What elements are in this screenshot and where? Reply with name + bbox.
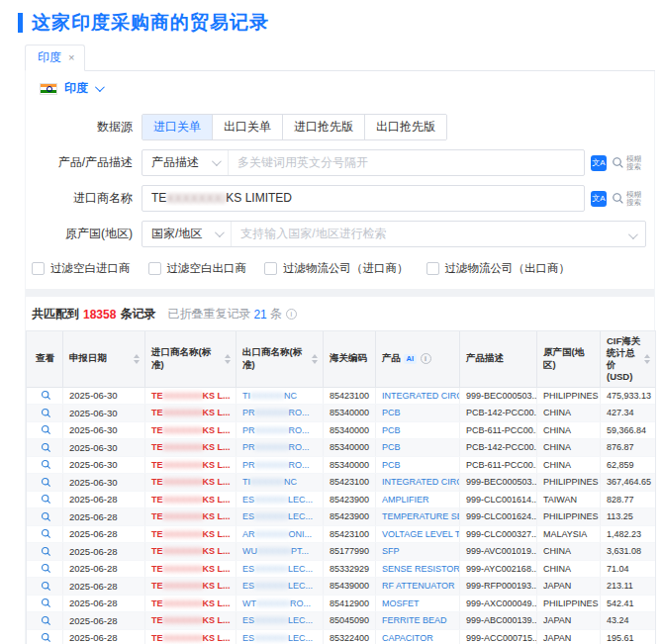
view-record-button[interactable] — [27, 474, 63, 491]
search-icon — [41, 528, 51, 539]
cell-exporter-name[interactable]: ESXXXXXXLEC... — [236, 508, 324, 525]
cell-exporter-name[interactable]: ESXXXXXXLEC... — [236, 612, 324, 629]
cell-product-link[interactable]: PCB — [376, 439, 460, 456]
view-record-button[interactable] — [27, 405, 63, 421]
cell-exporter-name[interactable]: PRXXXXXXRO... — [236, 457, 324, 474]
sort-icon[interactable] — [312, 354, 318, 364]
datasource-option-import-preview[interactable]: 进口抢先版 — [283, 115, 365, 139]
cell-product-description: PCB-611-PCC00... — [460, 422, 537, 439]
datasource-option-export-preview[interactable]: 出口抢先版 — [365, 115, 446, 139]
cell-product-link[interactable]: RF ATTENUATOR — [376, 578, 460, 595]
cell-product-link[interactable]: VOLTAGE LEVEL T... — [376, 526, 460, 543]
redacted-text: XXXXXXX — [163, 460, 203, 470]
checkbox-icon[interactable] — [32, 262, 45, 275]
cell-exporter-name[interactable]: TI XXXXXX NC — [236, 388, 324, 405]
origin-type-select[interactable]: 国家/地区 — [142, 222, 232, 246]
view-record-button[interactable] — [27, 561, 63, 578]
importer-name-input[interactable]: TEXXXXXXXXXKS LIMITED — [142, 191, 584, 206]
origin-search-input[interactable]: 支持输入国家/地区进行检索 — [232, 226, 628, 242]
table-row: 2025-06-28TEXXXXXXXKS L...WUXXXXXXPT...8… — [27, 543, 655, 561]
checkbox-filter-blank-exporter[interactable]: 过滤空白出口商 — [148, 261, 247, 276]
view-record-button[interactable] — [27, 543, 63, 560]
cell-hs-code: 85340000 — [324, 405, 376, 421]
view-record-button[interactable] — [27, 422, 63, 439]
chevron-down-icon[interactable] — [628, 226, 645, 243]
view-record-button[interactable] — [27, 492, 63, 508]
info-icon[interactable]: i — [421, 353, 431, 364]
cell-exporter-name[interactable]: ARXXXXXXONI... — [236, 526, 324, 543]
product-type-select[interactable]: 产品描述 — [142, 150, 229, 175]
info-icon[interactable]: i — [286, 309, 297, 320]
view-record-button[interactable] — [27, 508, 63, 525]
sort-icon[interactable] — [225, 354, 231, 364]
product-row-icons: 文A 模糊 搜索 — [591, 155, 646, 171]
view-record-button[interactable] — [27, 439, 63, 456]
cell-exporter-name[interactable]: PRXXXXXXRO... — [236, 405, 324, 421]
header-date[interactable]: 申报日期 — [63, 331, 145, 387]
cell-product-link[interactable]: TEMPERATURE SE... — [376, 508, 460, 525]
cell-product-link[interactable]: SENSE RESISTOR — [376, 561, 460, 578]
checkbox-filter-logistics-exporter[interactable]: 过滤物流公司（出口商） — [426, 261, 571, 276]
cell-product-description: PCB-611-PCC00... — [460, 457, 537, 474]
checkbox-icon[interactable] — [264, 262, 277, 275]
importer-value-post: KS LIMITED — [226, 191, 292, 205]
cell-product-link[interactable]: PCB — [376, 405, 460, 421]
product-search-input[interactable]: 多关键词用英文分号隔开 — [229, 154, 584, 171]
view-record-button[interactable] — [27, 526, 63, 543]
sort-icon[interactable] — [644, 354, 650, 364]
cell-product-link[interactable]: MOSFET — [376, 596, 460, 612]
cell-origin-country: TAIWAN — [537, 492, 601, 508]
view-record-button[interactable] — [27, 630, 63, 644]
fuzzy-search-button[interactable]: 模糊 搜索 — [612, 191, 641, 207]
tab-india-label: 印度 — [38, 49, 61, 66]
cell-product-link[interactable]: INTEGRATED CIRC... — [376, 474, 460, 491]
cell-exporter-name[interactable]: TI XXXXXX NC — [236, 474, 324, 491]
view-record-button[interactable] — [27, 578, 63, 595]
cell-product-link[interactable]: PCB — [376, 457, 460, 474]
table-row: 2025-06-28TEXXXXXXXKS L...ARXXXXXXONI...… — [27, 526, 655, 544]
cell-hs-code: 85423100 — [324, 388, 376, 405]
datasource-row: 数据源 进口关单 出口关单 进口抢先版 出口抢先版 — [26, 114, 654, 140]
cell-exporter-name[interactable]: ESXXXXXXLEC... — [236, 578, 324, 595]
tab-india[interactable]: 印度 × — [25, 45, 85, 71]
cell-exporter-name[interactable]: PRXXXXXXRO... — [236, 439, 324, 456]
cell-product-link[interactable]: CAPACITOR — [376, 630, 460, 644]
checkbox-icon[interactable] — [426, 262, 439, 275]
cell-product-link[interactable]: AMPLIFIER — [376, 492, 460, 508]
cell-exporter-name[interactable]: WTXXXXXXRO... — [236, 596, 324, 612]
cell-exporter-name[interactable]: PRXXXXXXRO... — [236, 422, 324, 439]
cell-exporter-name[interactable]: ESXXXXXXLEC... — [236, 561, 324, 578]
view-record-button[interactable] — [27, 388, 63, 405]
view-record-button[interactable] — [27, 457, 63, 474]
cell-importer-name: TEXXXXXXXKS L... — [145, 543, 236, 560]
header-importer[interactable]: 进口商名称(标准) — [145, 331, 236, 387]
close-icon[interactable]: × — [68, 52, 74, 63]
view-record-button[interactable] — [27, 596, 63, 612]
cell-importer-name: TEXXXXXXXKS L... — [145, 492, 236, 508]
cell-product-link[interactable]: FERRITE BEAD — [376, 612, 460, 629]
cell-exporter-name[interactable]: ESXXXXXXLEC... — [236, 492, 324, 508]
checkbox-icon[interactable] — [148, 262, 161, 275]
datasource-option-export[interactable]: 出口关单 — [213, 115, 283, 139]
datasource-option-import[interactable]: 进口关单 — [142, 115, 213, 139]
checkbox-filter-logistics-importer[interactable]: 过滤物流公司（进口商） — [264, 261, 409, 276]
sort-icon[interactable] — [134, 354, 140, 364]
translate-icon[interactable]: 文A — [591, 155, 607, 171]
cell-origin-country: JAPAN — [537, 612, 601, 629]
cell-exporter-name[interactable]: ESXXXXXXLEC... — [236, 630, 324, 644]
fuzzy-search-button[interactable]: 模糊 搜索 — [612, 155, 641, 171]
country-selector[interactable]: 印度 — [26, 71, 654, 106]
table-row: 2025-06-28TEXXXXXXXKS L...ESXXXXXXLEC...… — [27, 492, 655, 509]
cell-product-link[interactable]: INTEGRATED CIRC... — [376, 388, 460, 405]
cell-product-link[interactable]: SFP — [376, 543, 460, 560]
cell-cif-value: 113.25 — [601, 508, 655, 525]
cell-exporter-name[interactable]: WUXXXXXXPT... — [236, 543, 324, 560]
cell-product-description: 999-AXC000049... — [460, 596, 537, 612]
cell-product-link[interactable]: PCB — [376, 422, 460, 439]
header-exporter[interactable]: 出口商名称(标准) — [236, 331, 324, 387]
header-cif[interactable]: CIF海关统计总价(USD) — [601, 331, 655, 387]
checkbox-filter-blank-importer[interactable]: 过滤空白进口商 — [32, 261, 131, 276]
translate-icon[interactable]: 文A — [591, 191, 607, 207]
view-record-button[interactable] — [27, 612, 63, 629]
cell-declaration-date: 2025-06-28 — [63, 612, 145, 629]
